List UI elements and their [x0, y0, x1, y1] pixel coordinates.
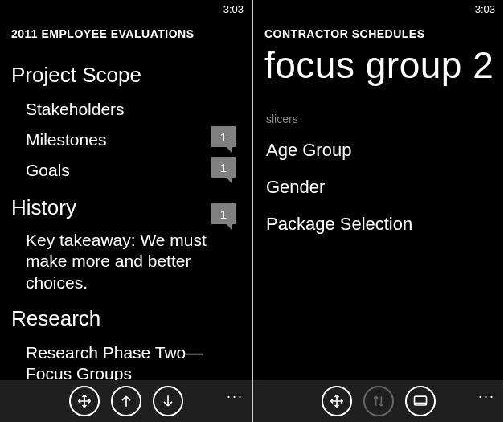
page-title: focus group 2 r	[264, 43, 494, 87]
move-icon	[329, 393, 345, 409]
move-button[interactable]	[69, 386, 100, 416]
header: 2011 EMPLOYEE EVALUATIONS	[0, 0, 252, 40]
phone-right: 3:03 CONTRACTOR SCHEDULES focus group 2 …	[252, 0, 503, 422]
move-button[interactable]	[322, 386, 352, 416]
more-button[interactable]: ...	[227, 385, 244, 402]
arrow-down-icon	[160, 393, 176, 409]
more-button[interactable]: ...	[478, 385, 495, 402]
up-button[interactable]	[111, 386, 141, 416]
comment-count: 1	[220, 207, 227, 221]
arrow-up-icon	[118, 393, 134, 409]
section-title-research[interactable]: Research	[11, 306, 240, 331]
outline-item[interactable]: Goals 1	[11, 155, 240, 186]
move-icon	[76, 393, 92, 409]
svg-rect-0	[414, 396, 426, 405]
section-title-project-scope[interactable]: Project Scope	[11, 63, 240, 88]
comment-count: 1	[220, 161, 227, 174]
phone-left: 3:03 2011 EMPLOYEE EVALUATIONS Project S…	[0, 0, 252, 422]
outline-item-label: Stakeholders	[26, 100, 125, 118]
outline-item-label: Milestones	[26, 130, 106, 149]
comment-count: 1	[220, 130, 227, 144]
slicer-item-label: Age Group	[266, 140, 351, 160]
sort-button	[363, 386, 394, 416]
outline-note[interactable]: Key takeaway: We must make more and bett…	[11, 227, 220, 297]
slicer-item[interactable]: Age Group	[264, 132, 492, 169]
app-title: 2011 EMPLOYEE EVALUATIONS	[11, 27, 242, 40]
app-bar: ...	[0, 380, 252, 422]
comment-badge[interactable]: 1	[211, 203, 236, 224]
down-button[interactable]	[153, 386, 183, 416]
outline-item[interactable]: Milestones 1	[11, 125, 240, 155]
comment-badge[interactable]: 1	[211, 126, 236, 147]
header: CONTRACTOR SCHEDULES focus group 2 r	[253, 0, 503, 87]
slicer-item-label: Package Selection	[266, 214, 412, 234]
sort-icon	[371, 393, 387, 409]
board-icon	[412, 393, 428, 409]
section-title-history[interactable]: History	[11, 195, 240, 220]
slicer-item[interactable]: Package Selection	[264, 206, 492, 243]
app-bar: ...	[253, 380, 503, 422]
outline-item-label: Goals	[26, 161, 70, 179]
app-title: CONTRACTOR SCHEDULES	[264, 27, 494, 40]
status-time: 3:03	[223, 3, 244, 15]
status-time: 3:03	[475, 3, 495, 15]
slicer-item-label: Gender	[266, 177, 325, 197]
board-button[interactable]	[405, 386, 436, 416]
slicer-item[interactable]: Gender	[264, 169, 492, 206]
outline-content: Project Scope Stakeholders Milestones 1 …	[0, 40, 252, 387]
slicers-content: slicers Age Group Gender Package Selecti…	[253, 87, 503, 243]
comment-badge[interactable]: 1	[211, 157, 236, 178]
slicers-label: slicers	[266, 113, 492, 125]
outline-item[interactable]: Stakeholders	[11, 94, 240, 125]
